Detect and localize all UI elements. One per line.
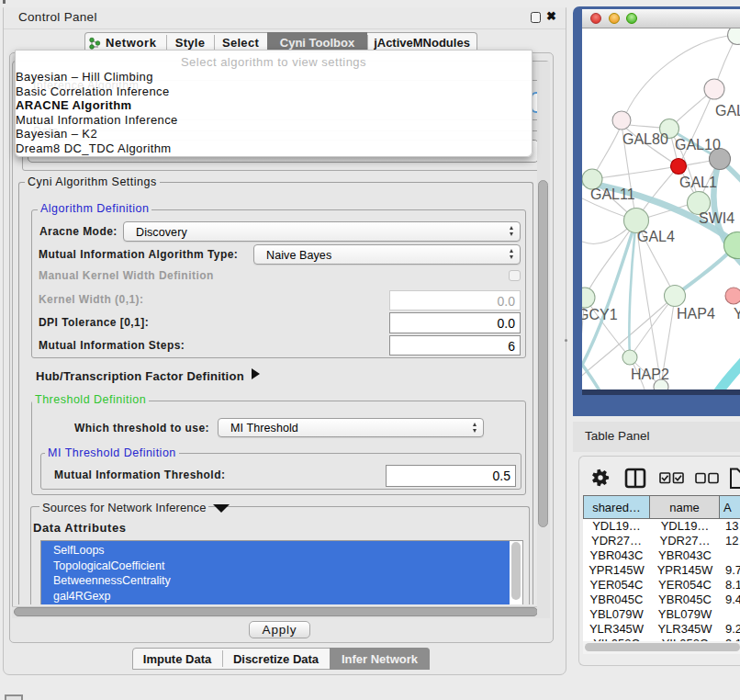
svg-text:GAL10: GAL10: [675, 137, 721, 152]
svg-text:GCY1: GCY1: [582, 307, 618, 322]
svg-text:HAP4: HAP4: [677, 306, 715, 322]
svg-text:GAL1: GAL1: [679, 175, 717, 190]
svg-text:GAL80: GAL80: [622, 131, 668, 147]
svg-text:GAL: GAL: [715, 103, 740, 119]
svg-text:Y: Y: [734, 306, 740, 322]
svg-text:HAP2: HAP2: [631, 367, 669, 382]
svg-text:SWI4: SWI4: [699, 210, 734, 226]
svg-text:GAL11: GAL11: [590, 186, 635, 202]
svg-text:GAL4: GAL4: [637, 229, 675, 244]
